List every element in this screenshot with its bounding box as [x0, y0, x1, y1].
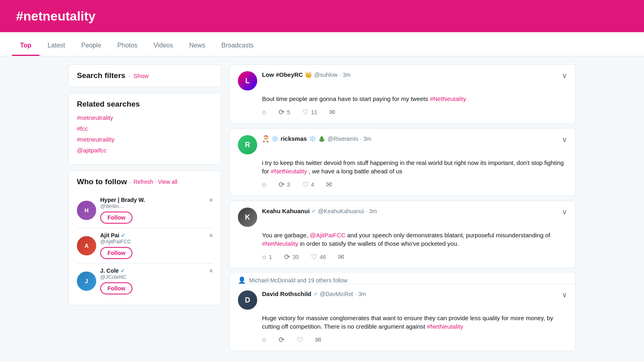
like-action-2[interactable]: ♡ 4	[302, 180, 314, 189]
tweet-avatar-2: R	[238, 135, 257, 154]
follow-notice-4: 👤 Michael McDonald and 19 others follow	[229, 273, 576, 284]
search-filters-header: Search filters · Show	[77, 71, 213, 80]
follow-info-hyper: Hyper | Brady W. @Writin… Follow	[100, 197, 213, 224]
search-filters-title: Search filters	[77, 71, 125, 80]
reply-icon-4: ○	[262, 336, 266, 344]
mail-action-4[interactable]: ✉	[315, 335, 321, 344]
tweet-card-2: R 🎅 ❄️ ricksmas ❄️ 🎄 @Rixeramis · 3m ∨ i…	[229, 128, 576, 196]
tweet-name-row-1: Low #ObeyRC 👑 @suhlow · 3m	[262, 71, 557, 78]
tweet-actions-3: ○ 1 ⟳ 30 ♡ 46 ✉	[238, 253, 567, 261]
tab-photos[interactable]: Photos	[109, 42, 146, 56]
retweet-action-3[interactable]: ⟳ 30	[284, 253, 299, 261]
tweet-card-1: L Low #ObeyRC 👑 @suhlow · 3m ∨ Bout time…	[229, 64, 576, 123]
tweet-meta-1: Low #ObeyRC 👑 @suhlow · 3m	[262, 71, 557, 78]
tweet-card-4: D David Rothschild ✓ @DavMicRot · 3m ∨ H…	[229, 284, 576, 351]
retweet-count-3: 30	[293, 254, 299, 260]
refresh-link[interactable]: Refresh	[134, 179, 153, 185]
tweet-name-row-4: David Rothschild ✓ @DavMicRot · 3m	[262, 290, 557, 297]
like-action-4[interactable]: ♡	[297, 335, 303, 344]
tweet-name-2: 🎅 ❄️ ricksmas ❄️ 🎄	[262, 135, 326, 142]
tweet-time-4: · 3m	[355, 291, 366, 297]
follow-name-ajit: Ajit Pai ✓	[100, 232, 213, 239]
tweet-meta-4: David Rothschild ✓ @DavMicRot · 3m	[262, 290, 557, 297]
chevron-down-icon-3[interactable]: ∨	[562, 208, 567, 216]
tab-news[interactable]: News	[181, 42, 213, 56]
reply-action-3[interactable]: ○ 1	[262, 253, 272, 261]
search-filters-show[interactable]: Show	[134, 72, 149, 79]
tab-videos[interactable]: Videos	[145, 42, 181, 56]
sidebar: Search filters · Show Related searches #…	[68, 64, 221, 356]
follow-notice-text-4: Michael McDonald and 19 others follow	[249, 277, 347, 284]
like-icon-3: ♡	[311, 253, 317, 261]
like-count-2: 4	[311, 181, 314, 188]
like-count-3: 46	[320, 254, 326, 260]
mail-action-2[interactable]: ✉	[326, 180, 332, 189]
retweet-action-1[interactable]: ⟳ 5	[279, 108, 290, 117]
reply-icon-3: ○	[262, 253, 266, 261]
close-button-hyper[interactable]: ×	[209, 197, 213, 204]
mail-action-1[interactable]: ✉	[329, 108, 335, 117]
tweet-actions-4: ○ ⟳ ♡ ✉	[238, 335, 567, 344]
verified-icon-tweet-3: ✓	[312, 208, 316, 214]
related-link-fcc[interactable]: #fcc	[77, 125, 213, 132]
mention-ajitpaifcc[interactable]: @AjitPaiFCC	[310, 232, 346, 239]
like-action-3[interactable]: ♡ 46	[311, 253, 326, 261]
follow-button-jcole[interactable]: Follow	[100, 282, 132, 294]
retweet-action-4[interactable]: ⟳	[279, 335, 285, 344]
like-count-1: 11	[311, 109, 318, 115]
follow-info-jcole: J. Cole ✓ @JColeNC Follow	[100, 267, 213, 294]
verified-icon-jcole: ✓	[120, 268, 125, 274]
retweet-icon-3: ⟳	[284, 253, 290, 261]
hashtag-netneutality-1[interactable]: #NetNeutality	[430, 95, 466, 102]
follow-button-ajit[interactable]: Follow	[100, 247, 132, 259]
chevron-down-icon-1[interactable]: ∨	[562, 71, 567, 80]
avatar-ajit: A	[77, 236, 96, 255]
mail-icon-1: ✉	[329, 108, 335, 117]
tweet-handle-4: @DavMicRot	[320, 291, 353, 297]
mail-icon-3: ✉	[338, 253, 344, 261]
avatar-jcole: J	[77, 272, 96, 291]
who-to-follow-card: Who to follow · Refresh · View all H Hyp…	[68, 171, 221, 305]
person-icon-4: 👤	[238, 276, 246, 284]
follow-name-hyper: Hyper | Brady W.	[100, 197, 213, 203]
tweet-header-2: R 🎅 ❄️ ricksmas ❄️ 🎄 @Rixeramis · 3m ∨	[238, 135, 567, 154]
like-action-1[interactable]: ♡ 11	[302, 108, 318, 117]
mail-icon-2: ✉	[326, 180, 332, 189]
related-link-netneutrality[interactable]: #netneutrality	[77, 114, 213, 121]
retweet-action-2[interactable]: ⟳ 3	[279, 180, 290, 189]
main-layout: Search filters · Show Related searches #…	[60, 56, 584, 362]
tab-broadcasts[interactable]: Broadcasts	[213, 42, 262, 56]
view-all-link[interactable]: View all	[158, 179, 178, 185]
follow-name-jcole: J. Cole ✓	[100, 267, 213, 274]
tweet-avatar-1: L	[238, 71, 257, 90]
tweet-meta-3: Keahu Kahuanui ✓ @KeahuKahuanui · 3m	[262, 208, 557, 214]
follow-handle-jcole: @JColeNC	[100, 274, 213, 280]
follow-button-hyper[interactable]: Follow	[100, 212, 132, 224]
tab-latest[interactable]: Latest	[39, 42, 73, 56]
chevron-down-icon-2[interactable]: ∨	[562, 135, 567, 144]
reply-action-1[interactable]: ○	[262, 108, 266, 117]
hashtag-netneutality-3[interactable]: #NetNeutality	[262, 240, 298, 247]
close-button-jcole[interactable]: ×	[209, 267, 213, 275]
dot-separator: ·	[128, 72, 130, 79]
tab-people[interactable]: People	[73, 42, 109, 56]
retweet-icon-2: ⟳	[279, 180, 285, 189]
related-link-netneutraility[interactable]: #netneutraility	[77, 136, 213, 143]
close-button-ajit[interactable]: ×	[209, 232, 213, 239]
hashtag-netneutality-2[interactable]: #NetNeutality	[271, 168, 307, 175]
reply-action-2[interactable]: ○	[262, 181, 266, 189]
related-link-ajitpaifcc[interactable]: @ajitpaifcc	[77, 147, 213, 154]
tab-top[interactable]: Top	[12, 42, 39, 56]
related-searches-card: Related searches #netneutrality #fcc #ne…	[68, 93, 221, 165]
hashtag-netneutality-4[interactable]: #NetNeutality	[427, 323, 463, 330]
reply-action-4[interactable]: ○	[262, 336, 266, 344]
chevron-down-icon-4[interactable]: ∨	[562, 290, 567, 299]
retweet-count-2: 3	[287, 181, 290, 188]
follow-handle-hyper: @Writin…	[100, 203, 213, 209]
verified-icon-tweet-4: ✓	[314, 291, 318, 297]
tweet-text-1: Bout time people are gonna have to start…	[238, 95, 567, 103]
like-icon-2: ♡	[302, 180, 309, 189]
tweet-avatar-3: K	[238, 208, 257, 227]
tweet-time-1: · 3m	[340, 72, 351, 78]
mail-action-3[interactable]: ✉	[338, 253, 344, 261]
